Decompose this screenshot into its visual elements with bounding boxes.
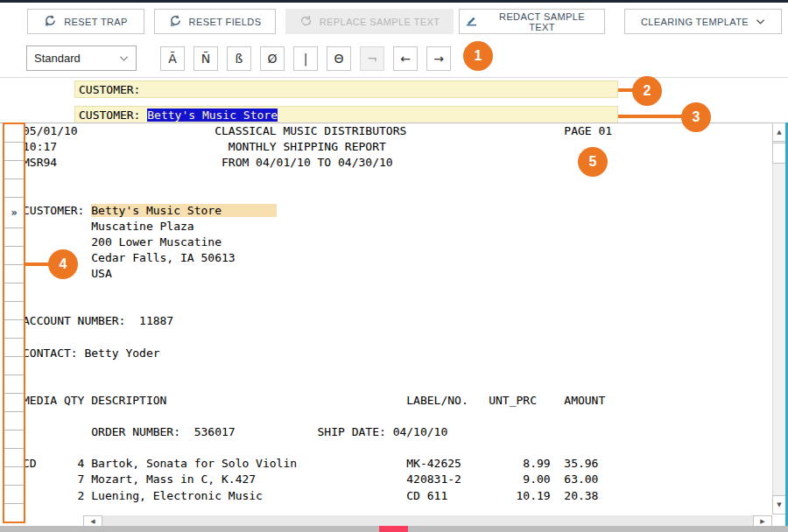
report-line-22: 7 Mozart, Mass in C, K.427 420831-2 9.00… — [23, 472, 772, 487]
left-arrow-icon: ◀ — [90, 518, 95, 525]
trap-field-row-sample[interactable]: CUSTOMER: Betty's Music Store — [74, 106, 618, 123]
gutter-cell[interactable] — [4, 161, 24, 179]
report-line-5: CUSTOMER: Betty's Music Store — [23, 203, 772, 219]
replace-sample-text-label: REPLACE SAMPLE TEXT — [320, 17, 440, 27]
clearing-template-button[interactable]: CLEARING TEMPLATE — [624, 9, 782, 34]
badge-number: 5 — [589, 154, 597, 170]
trap-field-selected-text[interactable]: Betty's Music Store — [147, 108, 278, 122]
char-button-6: ¬ — [360, 46, 384, 71]
callout-badge-5: 5 — [578, 147, 608, 177]
gutter-cell[interactable] — [4, 486, 24, 504]
report-text[interactable]: 05/01/10 CLASSICAL MUSIC DISTRIBUTORS PA… — [23, 123, 772, 504]
report-line-segment: CUSTOMER: — [23, 204, 91, 217]
gutter-cell[interactable] — [4, 467, 24, 486]
trapped-field-highlight: Betty's Music Store — [91, 204, 276, 217]
callout-badge-4: 4 — [48, 249, 78, 279]
gutter-cell[interactable] — [4, 430, 24, 449]
badge-number: 4 — [60, 256, 67, 272]
gutter-cell[interactable] — [4, 247, 24, 265]
report-line-18 — [23, 409, 772, 424]
gutter-current-line-marker[interactable]: » — [4, 198, 24, 228]
gutter-cell[interactable] — [4, 357, 24, 375]
report-line-23: 2 Luening, Electronic Music CD 611 10.19… — [23, 488, 772, 504]
report-line-10 — [23, 282, 772, 298]
char-button-2[interactable]: ß — [227, 46, 251, 71]
reset-trap-label: RESET TRAP — [64, 17, 128, 27]
report-line-7: 200 Lower Muscatine — [23, 234, 772, 250]
report-line-0: 05/01/10 CLASSICAL MUSIC DISTRIBUTORS PA… — [23, 123, 772, 139]
callout-badge-1: 1 — [463, 41, 493, 71]
redact-sample-text-label: REDACT SAMPLE TEXT — [485, 11, 599, 32]
gutter-cell[interactable] — [4, 302, 24, 320]
vertical-scrollbar-track[interactable] — [772, 122, 786, 514]
clearing-template-label: CLEARING TEMPLATE — [641, 17, 749, 27]
report-line-3 — [23, 171, 772, 186]
gutter-cell[interactable] — [4, 394, 24, 412]
report-line-2: MSR94 FROM 04/01/10 TO 04/30/10 — [23, 155, 772, 171]
char-button-3[interactable]: Ø — [260, 46, 285, 71]
badge-number: 2 — [644, 83, 651, 99]
char-button-8[interactable]: → — [426, 46, 451, 71]
gutter-cell[interactable] — [4, 284, 24, 302]
reset-icon — [44, 14, 57, 29]
gutter-cell[interactable] — [4, 375, 24, 394]
replace-sample-text-button: REPLACE SAMPLE TEXT — [285, 9, 454, 34]
gutter-cell[interactable] — [4, 449, 24, 467]
gutter-cell[interactable] — [4, 124, 24, 143]
report-line-13 — [23, 329, 772, 345]
bottom-position-marker — [379, 526, 408, 532]
gutter-cell[interactable] — [4, 143, 24, 161]
chevron-down-icon — [756, 17, 765, 27]
report-line-8: Cedar Falls, IA 50613 — [23, 250, 772, 266]
badge-number: 1 — [475, 48, 482, 64]
report-line-1: 10:17 MONTHLY SHIPPING REPORT — [23, 139, 772, 155]
callout-badge-2: 2 — [632, 76, 662, 106]
reset-icon — [169, 14, 182, 29]
right-arrow-icon: ▶ — [760, 518, 764, 525]
scroll-up-button[interactable]: ▲ — [772, 122, 786, 142]
report-line-9: USA — [23, 266, 772, 282]
char-button-row: ÃÑßØ|Θ¬←→ — [160, 46, 451, 71]
report-line-4 — [23, 186, 772, 202]
toolbar-divider — [0, 77, 788, 78]
report-line-19: ORDER NUMBER: 536017 SHIP DATE: 04/10/10 — [23, 424, 772, 440]
report-line-11 — [23, 298, 772, 313]
report-line-16 — [23, 377, 772, 393]
char-button-0[interactable]: Ã — [160, 46, 185, 71]
badge-3-connector-line — [618, 115, 686, 118]
reset-trap-button[interactable]: RESET TRAP — [27, 9, 144, 34]
vertical-scrollbar-thumb[interactable] — [772, 143, 786, 164]
scroll-down-button[interactable]: ▼ — [772, 495, 786, 514]
char-button-7[interactable]: ← — [393, 46, 418, 71]
char-button-4[interactable]: | — [293, 46, 318, 71]
gutter-cell[interactable] — [4, 412, 24, 430]
chevron-down-icon — [119, 52, 129, 65]
gutter-cell[interactable] — [4, 504, 24, 522]
gutter-cell[interactable] — [4, 179, 24, 198]
report-line-21: CD 4 Bartok, Sonata for Solo Violin MK-4… — [23, 456, 772, 472]
redact-sample-text-button[interactable]: REDACT SAMPLE TEXT — [459, 9, 605, 34]
gutter-cell[interactable] — [4, 228, 24, 247]
report-line-6: Muscatine Plaza — [23, 219, 772, 234]
trap-field-row-empty[interactable]: CUSTOMER: — [74, 80, 618, 98]
line-gutter[interactable]: » — [3, 122, 25, 523]
trap-field-sample-label: CUSTOMER: — [79, 108, 147, 122]
callout-badge-3: 3 — [681, 102, 711, 132]
style-select-value: Standard — [34, 52, 81, 65]
down-arrow-icon: ▼ — [777, 501, 781, 508]
redact-pen-icon — [465, 14, 478, 29]
reset-fields-button[interactable]: RESET FIELDS — [154, 9, 276, 34]
top-accent-bar — [0, 0, 788, 3]
report-line-20 — [23, 440, 772, 456]
char-button-1[interactable]: Ñ — [193, 46, 218, 71]
gutter-cell[interactable] — [4, 265, 24, 284]
trap-field-empty-label: CUSTOMER: — [79, 83, 140, 96]
report-line-17: MEDIA QTY DESCRIPTION LABEL/NO. UNT_PRC … — [23, 393, 772, 409]
style-select[interactable]: Standard — [26, 46, 137, 71]
report-line-12: ACCOUNT NUMBER: 11887 — [23, 313, 772, 329]
gutter-cell[interactable] — [4, 339, 24, 357]
badge-number: 3 — [693, 109, 700, 125]
char-button-5[interactable]: Θ — [327, 46, 351, 71]
report-line-14: CONTACT: Betty Yoder — [23, 346, 772, 361]
gutter-cell[interactable] — [4, 320, 24, 339]
